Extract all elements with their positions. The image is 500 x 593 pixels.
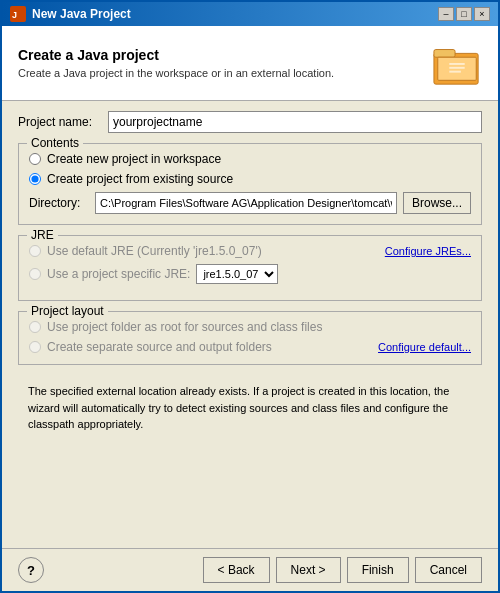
directory-input[interactable] <box>95 192 397 214</box>
svg-rect-7 <box>449 71 461 73</box>
project-layout-group: Project layout Use project folder as roo… <box>18 311 482 365</box>
radio-existing-source-row: Create project from existing source <box>29 172 471 186</box>
footer-buttons: < Back Next > Finish Cancel <box>203 557 482 583</box>
info-box: The specified external location already … <box>18 375 482 441</box>
radio-existing-source[interactable] <box>29 173 41 185</box>
layout-root-row: Use project folder as root for sources a… <box>29 320 471 334</box>
radio-default-jre-label: Use default JRE (Currently 'jre1.5.0_07'… <box>47 244 262 258</box>
close-button[interactable]: × <box>474 7 490 21</box>
radio-root-layout-label: Use project folder as root for sources a… <box>47 320 322 334</box>
radio-root-layout[interactable] <box>29 321 41 333</box>
jre-select[interactable]: jre1.5.0_07 <box>196 264 278 284</box>
java-icon: J <box>10 6 26 22</box>
footer: ? < Back Next > Finish Cancel <box>2 548 498 591</box>
back-button[interactable]: < Back <box>203 557 270 583</box>
help-button[interactable]: ? <box>18 557 44 583</box>
svg-rect-6 <box>449 67 464 69</box>
jre-specific-row: Use a project specific JRE: jre1.5.0_07 <box>29 264 471 284</box>
main-window: J New Java Project – □ × Create a Java p… <box>0 0 500 593</box>
project-name-label: Project name: <box>18 115 108 129</box>
svg-rect-5 <box>449 63 464 65</box>
title-bar-left: J New Java Project <box>10 6 131 22</box>
configure-default-link[interactable]: Configure default... <box>378 341 471 353</box>
directory-label: Directory: <box>29 196 89 210</box>
next-button[interactable]: Next > <box>276 557 341 583</box>
radio-existing-source-label: Create project from existing source <box>47 172 233 186</box>
title-controls: – □ × <box>438 7 490 21</box>
svg-rect-4 <box>438 57 476 80</box>
radio-separate-layout-label: Create separate source and output folder… <box>47 340 272 354</box>
jre-group: JRE Use default JRE (Currently 'jre1.5.0… <box>18 235 482 301</box>
radio-separate-layout[interactable] <box>29 341 41 353</box>
radio-default-jre[interactable] <box>29 245 41 257</box>
jre-default-row: Use default JRE (Currently 'jre1.5.0_07'… <box>29 244 471 258</box>
project-name-row: Project name: <box>18 111 482 133</box>
svg-rect-3 <box>434 50 455 58</box>
header-text: Create a Java project Create a Java proj… <box>18 47 334 79</box>
jre-group-label: JRE <box>27 228 58 242</box>
finish-button[interactable]: Finish <box>347 557 409 583</box>
radio-specific-jre-label: Use a project specific JRE: <box>47 267 190 281</box>
directory-row: Directory: Browse... <box>29 192 471 214</box>
radio-new-project[interactable] <box>29 153 41 165</box>
radio-new-project-row: Create new project in workspace <box>29 152 471 166</box>
project-name-input[interactable] <box>108 111 482 133</box>
minimize-button[interactable]: – <box>438 7 454 21</box>
maximize-button[interactable]: □ <box>456 7 472 21</box>
title-bar: J New Java Project – □ × <box>2 2 498 26</box>
browse-button[interactable]: Browse... <box>403 192 471 214</box>
radio-specific-jre[interactable] <box>29 268 41 280</box>
page-title: Create a Java project <box>18 47 334 63</box>
project-layout-label: Project layout <box>27 304 108 318</box>
contents-group: Contents Create new project in workspace… <box>18 143 482 225</box>
header-area: Create a Java project Create a Java proj… <box>2 26 498 101</box>
info-text: The specified external location already … <box>28 385 449 430</box>
configure-jres-link[interactable]: Configure JREs... <box>385 245 471 257</box>
main-content: Project name: Contents Create new projec… <box>2 101 498 548</box>
cancel-button[interactable]: Cancel <box>415 557 482 583</box>
page-subtitle: Create a Java project in the workspace o… <box>18 67 334 79</box>
window-title: New Java Project <box>32 7 131 21</box>
radio-new-project-label: Create new project in workspace <box>47 152 221 166</box>
folder-icon <box>432 38 482 88</box>
svg-text:J: J <box>12 10 17 20</box>
contents-group-label: Contents <box>27 136 83 150</box>
